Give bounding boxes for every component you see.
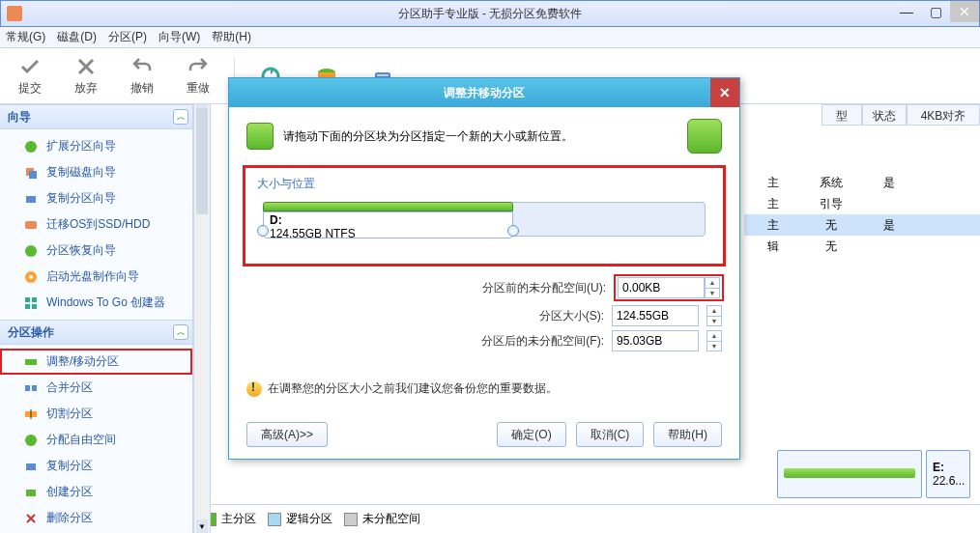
- help-button[interactable]: 帮助(H): [653, 422, 722, 447]
- ok-button[interactable]: 确定(O): [497, 422, 565, 447]
- partition-slider[interactable]: D: 124.55GB NTFS: [257, 198, 711, 246]
- svg-point-4: [25, 141, 37, 153]
- sidebar-item-extend[interactable]: 扩展分区向导: [0, 133, 192, 159]
- sidebar-item-migrate[interactable]: 迁移OS到SSD/HDD: [0, 211, 192, 238]
- sidebar-item-copy[interactable]: 复制分区: [0, 453, 192, 479]
- before-label: 分区前的未分配空间(U):: [482, 280, 606, 296]
- allocate-icon: [23, 433, 39, 448]
- legend-logical: 逻辑分区: [268, 511, 332, 527]
- slider-handle-right[interactable]: [507, 225, 519, 237]
- partition-icon: [23, 139, 39, 154]
- menu-partition[interactable]: 分区(P): [108, 29, 147, 45]
- list-header: 型 状态 4KB对齐: [821, 104, 980, 126]
- slider-fill: [263, 202, 513, 211]
- sidebar-item-wintogo[interactable]: Windows To Go 创建器: [0, 290, 192, 316]
- svg-rect-6: [29, 171, 37, 179]
- legend-primary: 主分区: [203, 511, 256, 527]
- minimize-button[interactable]: —: [892, 1, 921, 22]
- maximize-button[interactable]: ▢: [921, 1, 950, 22]
- sidebar-item-delete[interactable]: 删除分区: [0, 505, 192, 531]
- svg-rect-17: [25, 385, 30, 391]
- redo-button[interactable]: 重做: [172, 52, 224, 100]
- scrollbar[interactable]: ▲ ▼: [193, 104, 211, 533]
- delete-icon: [23, 511, 39, 526]
- svg-rect-8: [25, 221, 37, 229]
- svg-point-9: [25, 245, 37, 257]
- cancel-button[interactable]: 取消(C): [576, 422, 645, 447]
- partition-size-input[interactable]: [612, 305, 699, 326]
- scroll-down-icon[interactable]: ▼: [196, 519, 208, 533]
- before-space-input[interactable]: [618, 277, 705, 298]
- dialog-close-button[interactable]: ✕: [710, 78, 739, 107]
- menu-help[interactable]: 帮助(H): [212, 29, 251, 45]
- svg-rect-15: [32, 304, 37, 309]
- spinner[interactable]: ▲▼: [705, 277, 720, 298]
- svg-rect-23: [26, 490, 36, 496]
- discard-button[interactable]: 放弃: [60, 52, 112, 100]
- commit-button[interactable]: 提交: [4, 52, 56, 100]
- legend-free: 未分配空间: [344, 511, 420, 527]
- create-icon: [23, 485, 39, 500]
- sidebar-item-recover[interactable]: 分区恢复向导: [0, 238, 192, 264]
- svg-rect-7: [26, 196, 36, 203]
- after-space-input[interactable]: [612, 330, 699, 351]
- dialog-titlebar[interactable]: 调整并移动分区 ✕: [229, 78, 739, 107]
- split-icon: [23, 407, 39, 422]
- partition-large-icon: [687, 119, 722, 154]
- table-row[interactable]: 主引导: [744, 193, 980, 214]
- menu-disk[interactable]: 磁盘(D): [57, 29, 97, 45]
- resize-icon: [23, 354, 39, 370]
- advanced-button[interactable]: 高级(A)>>: [246, 422, 328, 447]
- after-label: 分区后的未分配空间(F):: [481, 333, 604, 350]
- sidebar-item-split[interactable]: 切割分区: [0, 401, 192, 427]
- svg-rect-16: [25, 359, 37, 365]
- sidebar-item-create[interactable]: 创建分区: [0, 479, 192, 505]
- chevron-up-icon[interactable]: ︿: [173, 324, 188, 340]
- table-row[interactable]: 辑无: [744, 236, 980, 257]
- wizard-panel-header[interactable]: 向导 ︿: [0, 104, 192, 129]
- chevron-up-icon[interactable]: ︿: [173, 109, 188, 125]
- sidebar-item-allocate[interactable]: 分配自由空间: [0, 427, 192, 453]
- resize-dialog: 调整并移动分区 ✕ 请拖动下面的分区块为分区指定一个新的大小或新位置。 大小与位…: [228, 77, 740, 460]
- sidebar-item-copydisk[interactable]: 复制磁盘向导: [0, 159, 192, 185]
- sidebar-item-copypart[interactable]: 复制分区向导: [0, 185, 192, 211]
- svg-rect-3: [377, 74, 389, 76]
- spinner[interactable]: ▲▼: [706, 330, 722, 351]
- svg-point-21: [25, 435, 37, 446]
- svg-rect-22: [26, 463, 36, 470]
- sidebar-item-bootdisc[interactable]: 启动光盘制作向导: [0, 264, 192, 290]
- menu-wizard[interactable]: 向导(W): [159, 29, 200, 45]
- redo-icon: [187, 55, 210, 78]
- x-icon: [74, 55, 98, 78]
- app-icon: [7, 6, 22, 21]
- ops-panel-header[interactable]: 分区操作 ︿: [0, 320, 192, 345]
- check-icon: [18, 55, 42, 78]
- undo-icon: [130, 55, 154, 78]
- undo-button[interactable]: 撤销: [116, 52, 168, 100]
- svg-rect-13: [32, 297, 37, 302]
- copy-icon: [23, 191, 39, 207]
- spinner[interactable]: ▲▼: [706, 305, 722, 326]
- disk-partition-box[interactable]: [777, 450, 922, 498]
- size-label: 分区大小(S):: [539, 308, 604, 324]
- sidebar-item-merge[interactable]: 合并分区: [0, 375, 192, 401]
- disk-partition-e[interactable]: E: 22.6...: [926, 450, 970, 498]
- partition-table: 主系统是 主引导 主无是 辑无: [744, 172, 980, 257]
- slider-handle-left[interactable]: [257, 225, 269, 237]
- col-status[interactable]: 状态: [862, 104, 907, 126]
- recover-icon: [23, 243, 39, 259]
- svg-rect-14: [25, 304, 30, 309]
- table-row[interactable]: 主无是: [744, 214, 980, 236]
- scroll-thumb[interactable]: [196, 108, 208, 214]
- close-button[interactable]: ✕: [950, 1, 979, 22]
- svg-rect-18: [32, 385, 37, 391]
- titlebar: 分区助手专业版 - 无损分区免费软件 — ▢ ✕: [0, 0, 980, 27]
- table-row[interactable]: 主系统是: [744, 172, 980, 193]
- col-type[interactable]: 型: [821, 104, 862, 126]
- col-4kb[interactable]: 4KB对齐: [907, 104, 980, 126]
- svg-point-11: [29, 275, 33, 279]
- menu-general[interactable]: 常规(G): [6, 29, 45, 45]
- disc-icon: [23, 269, 39, 285]
- sidebar-item-resize[interactable]: 调整/移动分区: [0, 349, 192, 375]
- sidebar: 向导 ︿ 扩展分区向导 复制磁盘向导 复制分区向导 迁移OS到SSD/HDD 分…: [0, 104, 193, 533]
